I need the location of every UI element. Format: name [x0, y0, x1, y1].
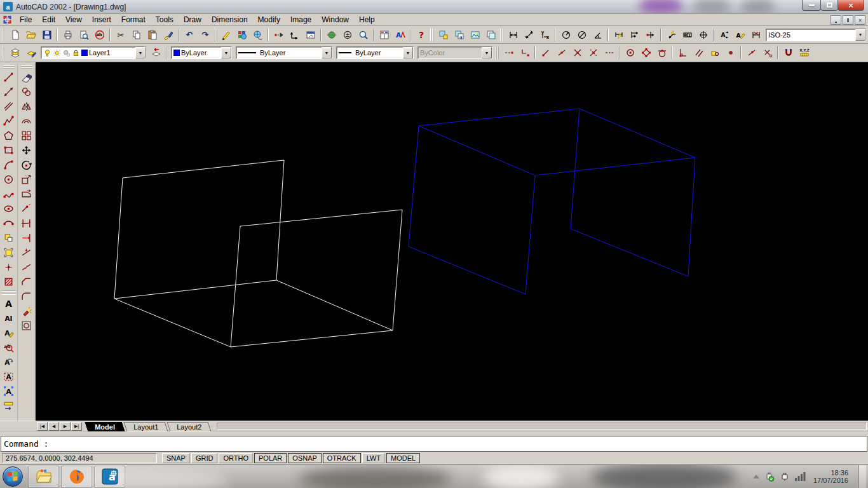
undo-button[interactable]: ↶ — [182, 27, 196, 42]
linetype-combo[interactable]: ByLayer ▼ — [236, 46, 332, 59]
mdi-minimize-button[interactable] — [831, 15, 841, 25]
publish-to-web-button[interactable] — [250, 27, 265, 42]
layer-lock-icon[interactable] — [72, 49, 80, 57]
osnap-settings-button[interactable] — [781, 46, 796, 60]
paste-button[interactable] — [145, 27, 159, 42]
maximize-button[interactable] — [820, 0, 838, 11]
erase-button[interactable] — [19, 70, 34, 85]
menu-modify[interactable]: Modify — [253, 14, 285, 25]
ellipse-button[interactable] — [1, 201, 17, 216]
network-signal-icon[interactable] — [795, 472, 806, 481]
dim-radius-button[interactable] — [559, 27, 573, 42]
multiline-button[interactable] — [1, 99, 17, 114]
color-combo[interactable]: ByLayer ▼ — [171, 46, 232, 59]
spline-button[interactable] — [1, 187, 17, 201]
menu-format[interactable]: Format — [116, 14, 151, 25]
snap-tangent-button[interactable] — [654, 46, 669, 60]
new-button[interactable] — [8, 27, 22, 42]
fillet-button[interactable] — [19, 289, 34, 304]
extend-button[interactable] — [19, 231, 34, 245]
dim-text-edit-button[interactable]: A — [733, 27, 747, 42]
status-toggle-otrack[interactable]: OTRACK — [323, 453, 361, 463]
dim-angular-button[interactable] — [590, 27, 605, 42]
rectangle-button[interactable] — [1, 143, 17, 158]
usb-device-icon[interactable] — [764, 471, 775, 482]
move-button[interactable] — [19, 143, 34, 158]
point-filters-button[interactable]: X,Y,Z — [797, 46, 811, 60]
toolbar-grip[interactable] — [500, 29, 503, 41]
taskbar-clock[interactable]: 18:36 17/07/2016 — [813, 469, 848, 484]
prev-tab-button[interactable]: ◀ — [48, 422, 59, 431]
arc-button[interactable] — [1, 158, 17, 172]
dim-center-mark-button[interactable] — [696, 27, 710, 42]
point-button[interactable] — [1, 260, 17, 274]
save-button[interactable] — [39, 27, 54, 42]
layers-button[interactable] — [8, 46, 22, 60]
menu-help[interactable]: Help — [354, 14, 380, 25]
line-button[interactable] — [1, 70, 17, 85]
toolbar-grip[interactable] — [2, 29, 5, 41]
chevron-down-icon[interactable]: ▼ — [221, 47, 231, 58]
zoom-window-button[interactable] — [356, 27, 370, 42]
named-views-button[interactable] — [303, 27, 318, 42]
layer-combo[interactable]: Layer1 ▼ — [41, 46, 146, 59]
image-button[interactable] — [468, 27, 482, 42]
menu-view[interactable]: View — [60, 14, 87, 25]
properties-button[interactable]: A — [393, 27, 407, 42]
zoom-realtime-button[interactable]: ± — [340, 27, 355, 42]
dim-style-combo[interactable]: ISO-25 ▼ — [766, 29, 866, 41]
layer-vp-freeze-icon[interactable] — [62, 49, 71, 57]
snap-node-button[interactable] — [723, 46, 738, 60]
dim-ordinate-button[interactable]: yx — [538, 27, 552, 42]
dim-update-button[interactable] — [749, 27, 763, 42]
chevron-down-icon[interactable]: ▼ — [855, 29, 865, 41]
layout-scrollbar[interactable] — [217, 423, 867, 430]
copy-button[interactable] — [129, 27, 144, 42]
spell-check-button[interactable]: ab — [1, 340, 17, 355]
dim-tolerance-button[interactable]: 1 — [680, 27, 695, 42]
status-toggle-lwt[interactable]: LWT — [362, 453, 385, 463]
text-style-button[interactable]: A — [1, 369, 17, 384]
stretch-button[interactable] — [19, 187, 34, 201]
insert-block-button[interactable] — [436, 27, 451, 42]
dim-diameter-button[interactable] — [574, 27, 589, 42]
last-tab-button[interactable]: ▶| — [71, 422, 82, 431]
text-fit-button[interactable] — [1, 398, 17, 413]
layer-color-swatch[interactable] — [81, 50, 88, 56]
chevron-down-icon[interactable]: ▼ — [135, 47, 146, 58]
next-tab-button[interactable]: ▶ — [60, 422, 71, 431]
toolbar-grip[interactable] — [2, 46, 5, 59]
snap-from-button[interactable] — [517, 46, 532, 60]
single-line-text-button[interactable]: AI — [1, 311, 17, 325]
layer-previous-button[interactable] — [149, 46, 163, 60]
tab-model[interactable]: Model — [85, 422, 125, 431]
dim-edit-button[interactable]: A — [717, 27, 731, 42]
external-reference-button[interactable] — [452, 27, 466, 42]
snap-center-button[interactable] — [623, 46, 637, 60]
menu-draw[interactable]: Draw — [179, 14, 207, 25]
layouts-button[interactable] — [484, 27, 498, 42]
print-button[interactable] — [60, 27, 75, 42]
autocad-today-button[interactable] — [234, 27, 249, 42]
menu-tools[interactable]: Tools — [151, 14, 179, 25]
menu-insert[interactable]: Insert — [87, 14, 116, 25]
redo-button[interactable]: ↷ — [198, 27, 212, 42]
break-at-point-button[interactable] — [19, 245, 34, 260]
chevron-down-icon[interactable]: ▼ — [322, 47, 332, 58]
rotate-button[interactable] — [19, 158, 34, 172]
chevron-down-icon[interactable]: ▼ — [403, 47, 413, 58]
scale-text-button[interactable]: A — [1, 355, 17, 369]
first-tab-button[interactable]: |◀ — [37, 422, 48, 431]
taskbar-button-windows-explorer[interactable] — [29, 466, 58, 487]
text-nodes-button[interactable]: A — [1, 384, 17, 398]
snap-none-button[interactable] — [760, 46, 775, 60]
close-button[interactable]: × — [837, 0, 864, 11]
lineweight-combo[interactable]: ByLayer ▼ — [336, 46, 414, 59]
minimize-button[interactable] — [802, 0, 821, 11]
revision-pen-button[interactable] — [219, 27, 233, 42]
taskbar-button-autocad[interactable]: a — [95, 466, 125, 487]
status-toggle-osnap[interactable]: OSNAP — [288, 453, 322, 463]
toolbar-grip[interactable] — [21, 65, 32, 69]
help-button[interactable]: ? — [414, 27, 428, 42]
power-plug-icon[interactable] — [780, 471, 790, 482]
